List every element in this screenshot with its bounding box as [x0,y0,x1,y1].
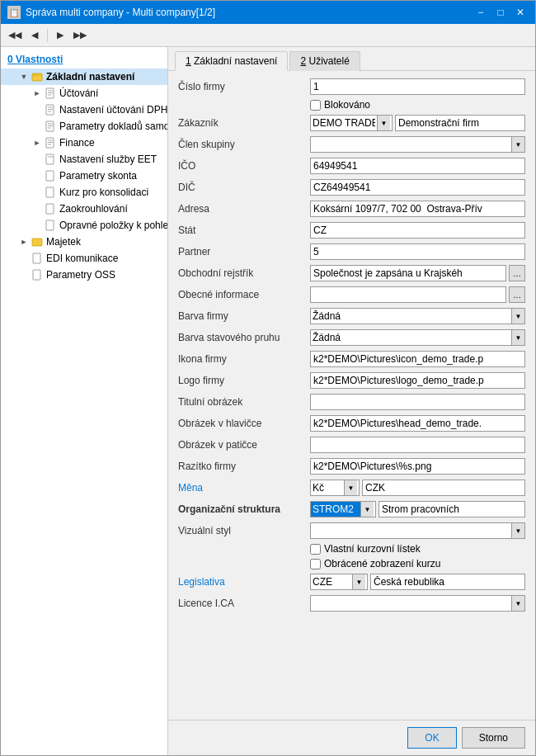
label-obecne-informace: Obecné informace [178,289,310,300]
sidebar-item-zakladni[interactable]: Základní nastavení [1,69,167,85]
input-obrazek-hlavicce[interactable] [310,415,525,432]
input-legislativa-text[interactable] [370,574,525,590]
input-obrazek-patice[interactable] [310,437,525,453]
sidebar-item-uctovani[interactable]: Účtování [1,85,167,102]
doc-icon-dph [44,103,57,116]
sidebar-item-kurz[interactable]: Kurz pro konsolidaci [1,184,167,201]
select-barva-firmy[interactable]: Žádná [311,309,511,324]
sidebar-item-majetek[interactable]: Majetek [1,234,167,250]
row-obrazek-hlavicce: Obrázek v hlavičce [178,414,525,432]
btn-obecne-informace[interactable]: … [509,286,525,303]
title-bar-buttons: − □ ✕ [473,5,529,20]
checkbox-obracene-zobrazeni[interactable] [310,559,321,569]
label-barva-firmy: Barva firmy [178,310,310,322]
control-barva-stavoveho: Žádná ▼ [310,329,525,346]
input-partner[interactable] [310,243,525,260]
clen-skupiny-arrow[interactable]: ▼ [511,137,524,152]
select-licence-ica[interactable] [311,596,511,611]
close-button[interactable]: ✕ [512,5,529,20]
doc-icon-kurz [44,186,57,199]
barva-stavoveho-arrow[interactable]: ▼ [511,330,524,345]
dropdown-clen-skupiny: ▼ [310,136,525,153]
tab-zakladni-nastaveni[interactable]: 1 Základní nastavení [175,51,288,71]
tree-arrow-kurz [31,186,44,199]
control-stat [310,222,525,239]
label-cislo-firmy: Číslo firmy [178,81,310,92]
input-razitko-firmy[interactable] [310,458,525,475]
maximize-button[interactable]: □ [492,5,509,20]
select-vizualni-styl[interactable] [311,523,511,538]
label-vlastni-kurzovni: Vlastní kurzovní lístek [324,543,421,555]
nav-next-button[interactable]: ▶ [51,26,69,45]
input-obchodni-rejstrik[interactable] [310,265,506,281]
tree-arrow-uctovani [31,87,44,100]
mena-arrow[interactable]: ▼ [344,480,357,495]
select-mena[interactable]: Kč [311,480,344,495]
sidebar-item-parametry-dokladu[interactable]: Parametry dokladů samovyměření [1,118,167,135]
input-zakaznik-text[interactable] [395,115,525,131]
barva-firmy-arrow[interactable]: ▼ [511,309,524,324]
select-org-struktura[interactable]: STROM2 [311,502,360,517]
toolbar: ◀◀ ◀ ▶ ▶▶ [1,24,535,47]
label-licence-ica: Licence I.CA [178,598,310,609]
sidebar-item-parametry-oss[interactable]: Parametry OSS [1,267,167,283]
storno-button[interactable]: Storno [462,727,525,749]
sidebar: 0 Vlastnosti Základní nastavení Účtování [1,47,168,755]
sidebar-item-label-zakladni: Základní nastavení [46,71,134,83]
label-zakaznik: Zákazník [178,117,310,129]
title-bar: 📋 Správa multi company - Multi company[1… [1,1,535,24]
row-obecne-informace: Obecné informace … [178,286,525,304]
sidebar-header[interactable]: 0 Vlastnosti [1,50,167,69]
nav-last-button[interactable]: ▶▶ [71,26,89,45]
minimize-button[interactable]: − [473,5,489,20]
sidebar-item-finance[interactable]: Finance [1,135,167,151]
sidebar-item-zaokrouhleni[interactable]: Zaokrouhlování [1,201,167,217]
sidebar-item-label-parametry-dokladu: Parametry dokladů samovyměření [59,120,168,132]
select-legislativa[interactable]: CZE [311,574,352,589]
input-titulni-obrazek[interactable] [310,394,525,410]
input-adresa[interactable] [310,201,525,217]
input-dic[interactable] [310,179,525,196]
input-stat[interactable] [310,222,525,239]
checkbox-blokovano[interactable] [310,100,321,111]
sidebar-item-opravne[interactable]: Opravné položky k pohledávkám [1,217,167,234]
input-mena-text[interactable] [362,480,525,496]
select-barva-stavoveho[interactable]: Žádná [311,330,511,345]
select-zakaznik[interactable]: DEMO TRADE [311,116,377,130]
label-dic: DIČ [178,182,310,193]
svg-rect-17 [46,154,54,164]
label-barva-stavoveho: Barva stavového pruhu [178,332,310,343]
input-logo-firmy[interactable] [310,372,525,389]
vizualni-styl-arrow[interactable]: ▼ [511,523,524,538]
licence-ica-arrow[interactable]: ▼ [511,596,524,611]
dropdown-barva-stavoveho: Žádná ▼ [310,329,525,346]
input-org-struktura-text[interactable] [378,501,525,517]
label-ico: IČO [178,160,310,172]
org-struktura-arrow[interactable]: ▼ [360,502,374,517]
sidebar-item-parametry-skonta[interactable]: Parametry skonta [1,168,167,184]
nav-first-button[interactable]: ◀◀ [6,26,24,45]
input-ikona-firmy[interactable] [310,351,525,367]
checkbox-vlastni-kurzovni[interactable] [310,544,321,555]
tree-arrow-majetek [17,235,31,248]
btn-obchodni-rejstrik[interactable]: … [509,265,525,281]
select-zakaznik-arrow[interactable]: ▼ [377,116,390,130]
ok-button[interactable]: OK [407,727,456,749]
select-clen-skupiny[interactable] [311,137,511,152]
sidebar-item-eet[interactable]: Nastavení služby EET [1,151,167,168]
window-title: Správa multi company - Multi company[1/2… [26,7,215,18]
sidebar-item-nastaveni-dph[interactable]: Nastavení účtování DPH [1,102,167,118]
row-ico: IČO [178,157,525,175]
control-vizualni-styl: ▼ [310,522,525,539]
input-cislo-firmy[interactable] [310,78,525,95]
input-obecne-informace[interactable] [310,286,506,303]
sidebar-item-label-uctovani: Účtování [59,87,98,99]
tab-uzivatele[interactable]: 2 Uživatelé [289,51,360,71]
legislativa-arrow[interactable]: ▼ [352,574,365,589]
input-ico[interactable] [310,158,525,174]
label-clen-skupiny: Člen skupiny [178,139,310,150]
sidebar-item-edi[interactable]: EDI komunikace [1,250,167,267]
doc-icon-oss [31,268,44,281]
nav-prev-button[interactable]: ◀ [26,26,44,45]
tree-arrow-parametry-dokladu [31,120,44,133]
